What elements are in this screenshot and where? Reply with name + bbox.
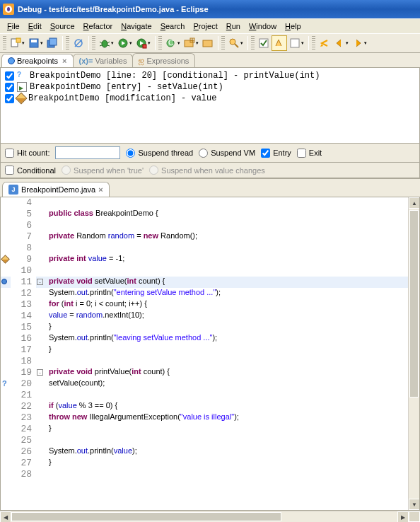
code-line[interactable]: 25 [1,435,408,446]
fold-gutter[interactable] [36,311,46,322]
marker-gutter[interactable]: ? [1,378,11,390]
marker-gutter[interactable] [1,356,11,367]
entry-checkbox[interactable] [261,149,270,158]
marker-gutter[interactable] [1,277,11,288]
scroll-thumb[interactable] [409,210,419,398]
suspend-thread-option[interactable]: Suspend thread [126,149,193,158]
suspend-thread-radio[interactable] [126,149,135,158]
menu-search[interactable]: Search [156,21,189,32]
breakpoint-row[interactable]: BreakpointDemo [line: 20] [conditional] … [1,70,419,81]
code-line[interactable]: 17 } [1,344,408,356]
code-line[interactable]: 13 for (int i = 0; i < count; i++) { [1,299,408,311]
menu-file[interactable]: File [3,21,24,32]
fold-gutter[interactable] [36,344,46,356]
exit-option[interactable]: Exit [297,149,322,158]
new-button[interactable]: ▾ [8,35,26,51]
breakpoint-row[interactable]: BreakpointDemo [modification] - value [1,93,419,104]
code-line[interactable]: 11- private void setValue(int count) { [1,277,408,288]
marker-gutter[interactable] [1,446,11,458]
marker-gutter[interactable] [1,344,11,356]
scroll-right-arrow[interactable]: ▶ [397,511,409,522]
fold-gutter[interactable] [36,299,46,311]
fold-gutter[interactable] [36,424,46,435]
close-icon[interactable]: × [98,185,103,194]
marker-gutter[interactable] [1,412,11,424]
code-line[interactable]: 5public class BreakpointDemo { [1,209,408,220]
code-line[interactable]: 19- private void printValue(int count) { [1,367,408,378]
hit-count-checkbox[interactable] [5,149,14,158]
fold-gutter[interactable] [36,390,46,401]
menu-run[interactable]: Run [222,21,245,32]
code-line[interactable]: 8 [1,243,408,254]
code-line[interactable]: 24 } [1,424,408,435]
code-line[interactable]: 12 System.out.println("entering setValue… [1,288,408,299]
horizontal-scrollbar[interactable]: ◀ ▶ [0,511,420,522]
last-edit-button[interactable] [317,35,332,51]
fold-gutter[interactable] [36,231,46,243]
marker-gutter[interactable] [1,197,11,209]
code-line[interactable]: 7 private Random random = new Random(); [1,231,408,243]
code-editor[interactable]: 45public class BreakpointDemo {67 privat… [0,197,420,511]
expressions-tab[interactable]: ஐ Expressions [132,53,195,67]
code-line[interactable]: 9 private int value = -1; [1,254,408,265]
fold-gutter[interactable] [36,469,46,480]
marker-gutter[interactable] [1,390,11,401]
marker-gutter[interactable] [1,322,11,333]
back-button[interactable]: ▾ [332,35,350,51]
vertical-scrollbar[interactable]: ▲ ▼ [408,197,419,510]
menu-project[interactable]: Project [189,21,222,32]
marker-gutter[interactable] [1,209,11,220]
conditional-checkbox[interactable] [5,166,14,175]
marker-gutter[interactable] [1,299,11,311]
exit-checkbox[interactable] [297,149,306,158]
close-icon[interactable]: × [62,57,66,65]
marker-gutter[interactable] [1,469,11,480]
marker-gutter[interactable] [1,367,11,378]
code-line[interactable]: 28 [1,469,408,480]
open-type-button[interactable] [201,35,215,51]
fold-gutter[interactable] [36,458,46,469]
search-button[interactable]: ▾ [227,35,245,51]
fold-gutter[interactable] [36,446,46,458]
forward-button[interactable]: ▾ [351,35,368,51]
code-line[interactable]: 6 [1,220,408,231]
breakpoint-checkbox[interactable] [5,83,14,92]
run-button[interactable]: ▾ [116,35,134,51]
marker-gutter[interactable] [1,231,11,243]
fold-gutter[interactable] [36,220,46,231]
marker-gutter[interactable] [1,243,11,254]
marker-gutter[interactable] [1,254,11,265]
fold-gutter[interactable] [36,378,46,390]
code-line[interactable]: 26 System.out.println(value); [1,446,408,458]
code-line[interactable]: 21 [1,390,408,401]
fold-gutter[interactable] [36,435,46,446]
marker-gutter[interactable] [1,333,11,344]
toggle-mark-button[interactable] [257,35,271,51]
scroll-thumb-h[interactable] [11,512,281,521]
fold-gutter[interactable]: - [36,367,46,378]
menu-source[interactable]: Source [46,21,79,32]
marker-gutter[interactable] [1,311,11,322]
entry-option[interactable]: Entry [261,149,291,158]
marker-gutter[interactable] [1,401,11,412]
scroll-left-arrow[interactable]: ◀ [0,511,11,522]
toggle-highlight-button[interactable] [272,35,287,51]
breakpoints-tab[interactable]: Breakpoints × [1,54,74,67]
suspend-vm-radio[interactable] [199,149,208,158]
fold-icon[interactable]: - [37,369,43,376]
hit-count-option[interactable]: Hit count: [5,149,49,158]
debug-button[interactable]: ▾ [98,35,115,51]
menu-window[interactable]: Window [245,21,281,32]
code-line[interactable]: 16 System.out.println("leaving setValue … [1,333,408,344]
fold-gutter[interactable] [36,322,46,333]
marker-gutter[interactable] [1,458,11,469]
fold-gutter[interactable] [36,254,46,265]
fold-gutter[interactable] [36,243,46,254]
new-package-button[interactable]: ▾ [182,35,200,51]
scroll-down-arrow[interactable]: ▼ [409,499,420,510]
code-line[interactable]: 18 [1,356,408,367]
hit-count-input[interactable] [55,146,120,159]
breakpoint-checkbox[interactable] [5,71,14,81]
code-line[interactable]: 14 value = random.nextInt(10); [1,311,408,322]
marker-gutter[interactable] [1,435,11,446]
